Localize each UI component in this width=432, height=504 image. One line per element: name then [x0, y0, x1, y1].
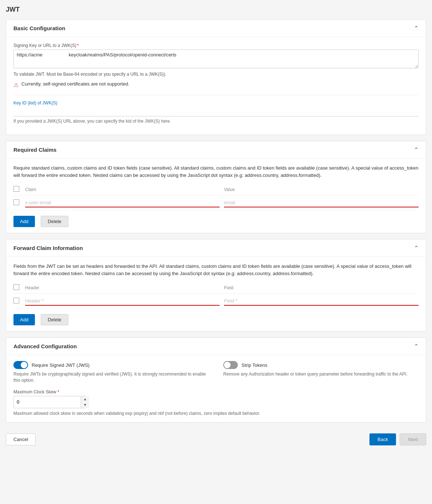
warning-text: Currently, self-signed certificates are … — [21, 81, 129, 87]
max-clock-label: Maximum Clock Skew * — [13, 389, 419, 394]
claim-input[interactable] — [25, 198, 220, 207]
row-checkbox[interactable] — [13, 199, 19, 205]
claims-delete-button[interactable]: Delete — [41, 216, 68, 227]
max-clock-input[interactable]: 0 — [14, 397, 81, 406]
basic-config-chevron-icon[interactable]: ⌃ — [414, 25, 419, 32]
require-signed-item: Require Signed JWT (JWS) Require JWTs be… — [13, 361, 209, 384]
next-button[interactable]: Next — [400, 433, 426, 445]
kid-label: Key ID (kid) of JWK(S) — [13, 100, 419, 106]
strip-tokens-header: Strip Tokens — [223, 361, 419, 369]
fwd-header-col-header: Header — [25, 285, 220, 290]
strip-tokens-knob — [224, 362, 231, 368]
forward-claim-title: Forward Claim Information — [13, 245, 83, 251]
fwd-add-button[interactable]: Add — [13, 314, 35, 325]
value-col-header: Value — [224, 187, 419, 192]
footer-right: Back Next — [369, 433, 426, 445]
basic-config-body: Signing Key or URL to a JWK(S)* https://… — [6, 37, 426, 135]
strip-tokens-desc: Remove any Authorization header or token… — [223, 371, 419, 377]
claims-add-button[interactable]: Add — [13, 216, 35, 227]
required-claims-header: Required Claims ⌃ — [6, 141, 426, 159]
claims-table-header: Claim Value — [13, 184, 419, 195]
fwd-header-input[interactable] — [25, 297, 220, 306]
kid-helper: If you provided a JWK(S) URL above, you … — [13, 119, 419, 124]
require-signed-knob — [21, 362, 27, 368]
forward-claim-section: Forward Claim Information ⌃ Fields from … — [6, 239, 426, 332]
basic-config-header: Basic Configuration ⌃ — [6, 20, 426, 37]
strip-tokens-label: Strip Tokens — [241, 362, 267, 368]
require-signed-label: Require Signed JWT (JWS) — [32, 362, 89, 368]
signing-key-textarea[interactable]: https://acme keycloak/realms/PAS/protoco… — [13, 49, 419, 68]
required-claims-section: Required Claims ⌃ Require standard claim… — [6, 141, 426, 233]
signing-key-label: Signing Key or URL to a JWK(S)* — [13, 43, 419, 48]
forward-claim-chevron-icon[interactable]: ⌃ — [414, 245, 419, 251]
require-signed-toggle[interactable] — [13, 361, 28, 369]
warning-box: ⚠ Currently, self-signed certificates ar… — [13, 80, 419, 90]
claim-col-header: Claim — [25, 187, 220, 192]
toggle-row: Require Signed JWT (JWS) Require JWTs be… — [13, 361, 419, 384]
required-claims-title: Required Claims — [13, 147, 56, 153]
value-input[interactable] — [224, 198, 419, 207]
required-claims-chevron-icon[interactable]: ⌃ — [414, 146, 419, 153]
fwd-header-checkbox-cell — [13, 284, 21, 291]
claims-btn-row: Add Delete — [13, 216, 419, 227]
page-container: JWT Basic Configuration ⌃ Signing Key or… — [6, 6, 426, 445]
basic-config-divider — [13, 95, 419, 95]
advanced-config-title: Advanced Configuration — [13, 343, 77, 349]
max-clock-input-wrapper: 0 ▲ ▼ — [13, 396, 86, 408]
back-button[interactable]: Back — [369, 433, 396, 445]
advanced-config-chevron-icon[interactable]: ⌃ — [414, 343, 419, 350]
fwd-field-input[interactable] — [224, 297, 419, 306]
require-signed-header: Require Signed JWT (JWS) — [13, 361, 209, 369]
claim-input-cell — [25, 198, 220, 207]
warning-triangle-icon: ⚠ — [13, 82, 19, 88]
cancel-button[interactable]: Cancel — [6, 433, 36, 445]
signing-key-helper: To validate JWT. Must be Base-64 encoded… — [13, 72, 419, 77]
advanced-config-body: Require Signed JWT (JWS) Require JWTs be… — [6, 355, 426, 422]
basic-config-section: Basic Configuration ⌃ Signing Key or URL… — [6, 19, 426, 135]
page-title: JWT — [6, 6, 426, 13]
fwd-delete-button[interactable]: Delete — [41, 314, 68, 325]
row-checkbox-cell — [13, 199, 21, 206]
fwd-header-input-cell — [25, 297, 220, 306]
spinner-up-button[interactable]: ▲ — [81, 396, 89, 402]
advanced-config-header: Advanced Configuration ⌃ — [6, 338, 426, 355]
signing-key-group: Signing Key or URL to a JWK(S)* https://… — [13, 43, 419, 90]
required-claims-body: Require standard claims, custom claims a… — [6, 159, 426, 233]
claims-table-row — [13, 195, 419, 211]
fwd-row-checkbox-cell — [13, 298, 21, 305]
fwd-row-checkbox[interactable] — [13, 298, 19, 303]
spinner-buttons: ▲ ▼ — [81, 396, 89, 408]
value-input-cell — [224, 198, 419, 207]
spinner-down-button[interactable]: ▼ — [81, 402, 89, 408]
require-signed-desc: Require JWTs be cryptographically signed… — [13, 371, 209, 384]
kid-group: Key ID (kid) of JWK(S) If you provided a… — [13, 100, 419, 124]
strip-tokens-toggle[interactable] — [223, 361, 238, 369]
kid-input[interactable] — [13, 108, 419, 116]
header-checkbox[interactable] — [13, 186, 19, 192]
forward-claim-body: Fields from the JWT can be set as header… — [6, 257, 426, 331]
basic-config-title: Basic Configuration — [13, 25, 65, 31]
forward-description: Fields from the JWT can be set as header… — [13, 263, 419, 277]
fwd-table-row — [13, 294, 419, 309]
forward-claim-header: Forward Claim Information ⌃ — [6, 239, 426, 257]
max-clock-helper: Maximum allowed clock skew in seconds wh… — [13, 410, 419, 417]
fwd-field-input-cell — [224, 297, 419, 306]
header-checkbox-cell — [13, 186, 21, 193]
max-clock-group: Maximum Clock Skew * 0 ▲ ▼ Maximum allow… — [13, 389, 419, 417]
fwd-table-header: Header Field — [13, 282, 419, 294]
footer-bar: Cancel Back Next — [6, 428, 426, 445]
fwd-btn-row: Add Delete — [13, 314, 419, 325]
advanced-config-section: Advanced Configuration ⌃ Require Signed … — [6, 337, 426, 422]
claims-description: Require standard claims, custom claims a… — [13, 164, 419, 179]
fwd-header-checkbox[interactable] — [13, 284, 19, 290]
strip-tokens-item: Strip Tokens Remove any Authorization he… — [223, 361, 419, 377]
fwd-field-col-header: Field — [224, 285, 419, 290]
